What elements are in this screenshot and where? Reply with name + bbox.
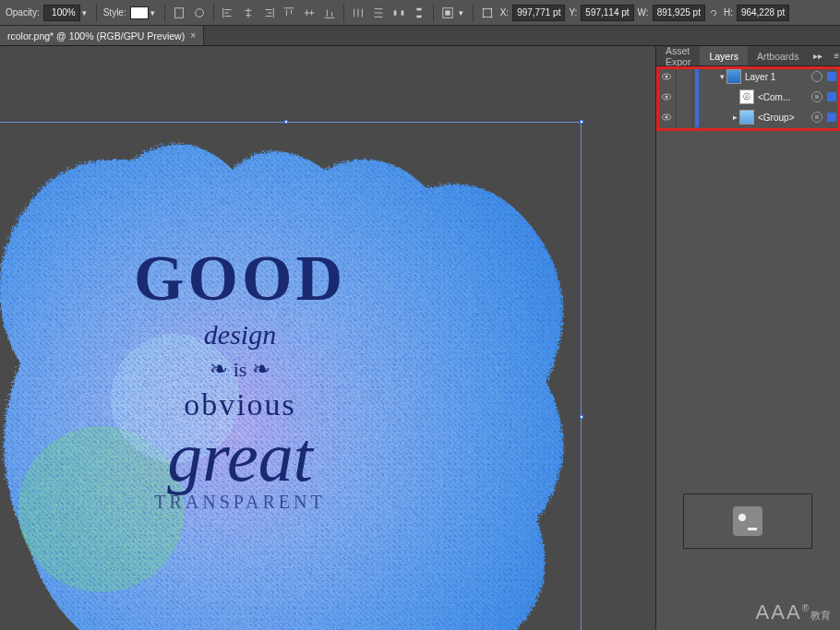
canvas-area[interactable]: GOOD design ❧ is ❧ obvious great transpa… [0,46,655,630]
layer-row-2[interactable]: ⦾ <Com... [656,87,840,107]
svg-point-10 [490,7,492,9]
right-panels: Asset Expor Layers Artboards ▸▸ ≡ ▾ Laye… [655,46,840,630]
assistant-icon [733,506,762,536]
w-value[interactable]: 891,925 pt [653,5,705,21]
layer-accent [695,66,699,87]
link-wh-icon[interactable] [707,6,720,19]
svg-point-20 [665,116,667,119]
distribute-spacing-h-icon[interactable] [390,4,408,22]
layer-thumb [739,110,754,125]
svg-point-18 [665,96,667,99]
lock-column[interactable] [678,66,693,87]
lock-column[interactable] [678,87,693,107]
align-top-icon[interactable] [280,4,298,22]
layer-thumb [726,69,741,84]
close-icon[interactable]: × [190,30,196,41]
watermark: AAA®教育 [756,600,831,624]
x-label: X: [500,7,509,18]
h-label: H: [724,7,733,18]
separator [433,4,434,22]
svg-point-12 [490,16,492,18]
svg-rect-3 [401,10,403,15]
assistant-panel[interactable] [683,493,812,549]
separator [96,4,97,22]
twirl-right-icon[interactable]: ▸ [730,113,739,122]
align-hcenter-icon[interactable] [239,4,258,22]
watermark-brand: AAA [756,600,802,624]
tab-artboards[interactable]: Artboards [748,46,809,65]
align-right-icon[interactable] [259,4,278,22]
target-icon[interactable] [811,91,822,102]
svg-point-11 [482,16,484,18]
doc-setup-icon[interactable] [170,4,188,22]
layer-name[interactable]: <Group> [754,113,807,123]
style-dropdown[interactable]: ▾ [150,8,160,18]
svg-point-9 [482,7,484,9]
tab-asset-export[interactable]: Asset Expor [656,46,700,65]
target-icon[interactable] [811,112,822,123]
document-tab[interactable]: rcolor.png* @ 100% (RGB/GPU Preview) × [0,26,204,45]
visibility-icon[interactable] [656,66,677,87]
distribute-v-icon[interactable] [369,4,388,22]
svg-point-16 [665,76,667,78]
svg-rect-4 [416,7,421,10]
layer-name[interactable]: <Com... [754,92,807,102]
transform-icon[interactable] [478,4,497,22]
svg-rect-2 [393,10,396,15]
visibility-icon[interactable] [656,107,677,127]
opacity-dropdown[interactable]: ▾ [82,8,91,18]
w-label: W: [638,7,649,18]
align-left-icon[interactable] [219,4,237,22]
selection-indicator[interactable] [827,113,836,122]
y-value[interactable]: 597,114 pt [581,5,633,21]
style-swatch[interactable] [130,6,149,19]
twirl-down-icon[interactable]: ▾ [717,72,726,81]
layer-accent [695,87,699,107]
align-to-artboard-icon[interactable] [438,4,457,22]
recolor-icon[interactable] [190,4,209,22]
layer-accent [695,107,699,127]
target-icon[interactable] [811,71,822,82]
selection-indicator[interactable] [827,92,836,101]
separator [164,4,165,22]
svg-rect-7 [445,10,450,15]
layer-thumb: ⦾ [739,89,754,104]
tab-title: rcolor.png* @ 100% (RGB/GPU Preview) [7,30,185,42]
options-toolbar: Opacity: 100% ▾ Style: ▾ ▾ X: 997,771 pt… [0,0,840,26]
selection-bounding-box[interactable] [0,122,582,630]
opacity-label: Opacity: [6,7,40,18]
separator [343,4,344,22]
panel-tabs: Asset Expor Layers Artboards ▸▸ ≡ [656,46,840,66]
panel-collapse-icon[interactable]: ▸▸ [808,46,828,65]
align-bottom-icon[interactable] [320,4,339,22]
watermark-sub: 教育 [810,610,831,621]
document-tabs: rcolor.png* @ 100% (RGB/GPU Preview) × [0,26,840,46]
tab-layers[interactable]: Layers [700,46,748,65]
layer-row-3[interactable]: ▸ <Group> [656,107,840,127]
watermark-reg: ® [802,603,810,613]
selection-indicator[interactable] [827,72,836,81]
align-vcenter-icon[interactable] [300,4,318,22]
distribute-spacing-v-icon[interactable] [410,4,428,22]
svg-rect-8 [483,8,491,17]
layer-row-1[interactable]: ▾ Layer 1 [656,66,840,87]
lock-column[interactable] [678,107,693,127]
separator [213,4,214,22]
panel-menu-icon[interactable]: ≡ [828,46,840,65]
svg-rect-5 [416,15,421,18]
visibility-icon[interactable] [656,87,677,107]
layers-panel: ▾ Layer 1 ⦾ <Com... ▸ [656,66,840,127]
align-to-dropdown[interactable]: ▾ [459,8,468,18]
distribute-h-icon[interactable] [349,4,367,22]
separator [473,4,474,22]
layer-name[interactable]: Layer 1 [741,72,807,82]
y-label: Y: [569,7,577,18]
svg-rect-0 [174,7,183,18]
opacity-value[interactable]: 100% [43,5,80,21]
style-label: Style: [103,7,126,18]
svg-point-1 [195,8,203,17]
h-value[interactable]: 964,228 pt [737,5,789,21]
x-value[interactable]: 997,771 pt [512,5,565,21]
